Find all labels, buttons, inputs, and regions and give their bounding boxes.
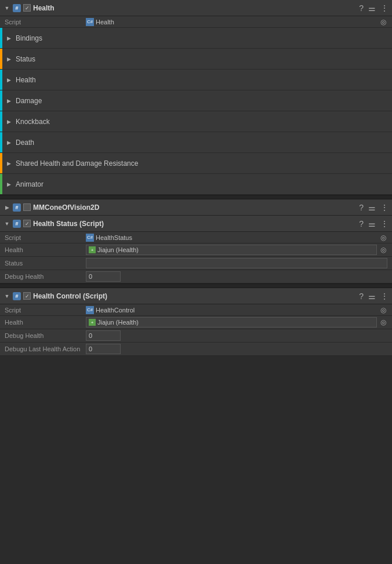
- question-icon[interactable]: ?: [359, 3, 364, 13]
- healthcontrol-component-header[interactable]: ▼ # Health Control (Script) ? ⚌ ⋮: [0, 288, 392, 304]
- section-damage[interactable]: ▶ Damage: [0, 90, 392, 111]
- section-status[interactable]: ▶ Status: [0, 49, 392, 70]
- healthstatus-script-file-icon: C#: [86, 234, 94, 242]
- healthcontrol-script-ref[interactable]: C# HealthControl: [86, 306, 377, 314]
- section-animator[interactable]: ▶ Animator: [0, 174, 392, 195]
- section-health[interactable]: ▶ Health: [0, 70, 392, 90]
- healthstatus-debughealth-value: 0: [86, 271, 387, 282]
- healthcontrol-debughealth-row: Debug Health 0: [0, 329, 392, 343]
- script-file-icon: C#: [86, 18, 94, 26]
- healthcontrol-debughealth-value: 0: [86, 330, 387, 341]
- healthcontrol-health-row: Health + Jiajun (Health) ◎: [0, 316, 392, 329]
- bindings-arrow: ▶: [7, 35, 11, 41]
- healthstatus-health-object-icon: +: [89, 246, 96, 253]
- healthstatus-more-icon[interactable]: ⋮: [380, 219, 389, 228]
- knockback-border: [0, 111, 2, 132]
- healthcontrol-script-row: Script C# HealthControl ◎: [0, 304, 392, 316]
- healthstatus-debughealth-field[interactable]: 0: [86, 271, 121, 282]
- separator-2: [0, 283, 392, 288]
- more-icon[interactable]: ⋮: [380, 3, 389, 13]
- healthstatus-component-header[interactable]: ▼ # Health Status (Script) ? ⚌ ⋮: [0, 216, 392, 232]
- healthstatus-question-icon[interactable]: ?: [359, 219, 364, 228]
- mmcone-component-header[interactable]: ▶ # MMConeOfVision2D ? ⚌ ⋮: [0, 199, 392, 216]
- healthstatus-component-title: Health Status (Script): [33, 220, 357, 228]
- healthstatus-status-value: [86, 258, 387, 268]
- healthstatus-script-ref[interactable]: C# HealthStatus: [86, 234, 377, 242]
- shared-health-label: Shared Health and Damage Resistance: [16, 159, 138, 168]
- healthcontrol-debughealth-text: 0: [89, 332, 92, 339]
- healthcontrol-debughealth-label: Debug Health: [5, 332, 86, 339]
- mmcone-checkbox[interactable]: [23, 203, 31, 211]
- section-bindings[interactable]: ▶ Bindings: [0, 28, 392, 49]
- healthcontrol-health-label: Health: [5, 319, 86, 326]
- healthcontrol-debughealth-field[interactable]: 0: [86, 330, 121, 341]
- mmcone-collapse-arrow[interactable]: ▶: [3, 204, 10, 211]
- knockback-label: Knockback: [16, 118, 50, 126]
- damage-arrow: ▶: [7, 98, 11, 104]
- healthcontrol-health-object-icon: +: [89, 319, 96, 326]
- main-collapse-arrow[interactable]: ▼: [3, 5, 10, 12]
- main-component-header[interactable]: ▼ # Health ? ⚌ ⋮: [0, 0, 392, 16]
- healthcontrol-script-name: HealthControl: [96, 307, 135, 314]
- animator-border: [0, 174, 2, 194]
- healthcontrol-collapse-arrow[interactable]: ▼: [3, 293, 10, 300]
- healthstatus-status-label: Status: [5, 260, 86, 267]
- healthcontrol-health-target-icon[interactable]: ◎: [379, 318, 387, 326]
- healthcontrol-debugulasthealth-text: 0: [89, 345, 92, 352]
- healthcontrol-debugulasthealth-field[interactable]: 0: [86, 344, 121, 354]
- healthstatus-health-object-name: Jiajun (Health): [97, 246, 139, 253]
- healthstatus-status-field[interactable]: [86, 258, 387, 268]
- mmcone-sliders-icon[interactable]: ⚌: [368, 203, 376, 212]
- healthstatus-target-icon[interactable]: ◎: [379, 234, 387, 242]
- death-label: Death: [16, 139, 34, 147]
- sliders-icon[interactable]: ⚌: [368, 3, 376, 13]
- sections-panel: ▶ Bindings ▶ Status ▶ Health ▶ Damage ▶ …: [0, 28, 392, 195]
- healthcontrol-target-icon[interactable]: ◎: [379, 306, 387, 314]
- mmcone-question-icon[interactable]: ?: [359, 203, 364, 212]
- death-border: [0, 132, 2, 152]
- healthstatus-debughealth-text: 0: [89, 273, 92, 280]
- mmcone-component-title: MMConeOfVision2D: [33, 203, 357, 212]
- main-checkbox[interactable]: [23, 4, 31, 12]
- healthcontrol-hash-badge: #: [13, 292, 21, 300]
- healthcontrol-question-icon[interactable]: ?: [359, 292, 364, 301]
- healthcontrol-more-icon[interactable]: ⋮: [380, 292, 389, 301]
- script-label: Script: [5, 19, 86, 26]
- main-hash-badge: #: [13, 4, 21, 12]
- section-shared-health[interactable]: ▶ Shared Health and Damage Resistance: [0, 153, 392, 174]
- status-arrow: ▶: [7, 56, 11, 62]
- section-knockback[interactable]: ▶ Knockback: [0, 111, 392, 132]
- healthstatus-hash-badge: #: [13, 220, 21, 228]
- healthstatus-debughealth-row: Debug Health 0: [0, 270, 392, 283]
- healthstatus-checkbox[interactable]: [23, 220, 31, 227]
- healthstatus-sliders-icon[interactable]: ⚌: [368, 219, 376, 228]
- healthcontrol-script-value: C# HealthControl ◎: [86, 306, 387, 314]
- bindings-label: Bindings: [16, 34, 42, 42]
- health-border: [0, 70, 2, 90]
- death-arrow: ▶: [7, 140, 11, 145]
- mmcone-more-icon[interactable]: ⋮: [380, 203, 389, 212]
- healthcontrol-health-value: + Jiajun (Health) ◎: [86, 317, 387, 328]
- section-death[interactable]: ▶ Death: [0, 132, 392, 153]
- script-name: Health: [96, 19, 114, 26]
- script-field-row: Script C# Health ◎: [0, 16, 392, 28]
- status-border: [0, 49, 2, 69]
- shared-health-border: [0, 153, 2, 173]
- healthstatus-health-field[interactable]: + Jiajun (Health): [86, 245, 377, 255]
- healthcontrol-sliders-icon[interactable]: ⚌: [368, 292, 376, 301]
- target-icon[interactable]: ◎: [379, 18, 387, 26]
- animator-arrow: ▶: [7, 181, 11, 187]
- healthstatus-health-value: + Jiajun (Health) ◎: [86, 245, 387, 255]
- healthcontrol-health-field[interactable]: + Jiajun (Health): [86, 317, 377, 328]
- healthstatus-collapse-arrow[interactable]: ▼: [3, 220, 10, 227]
- healthstatus-body: Script C# HealthStatus ◎ Health + Jiajun…: [0, 232, 392, 283]
- healthcontrol-checkbox[interactable]: [23, 292, 31, 300]
- healthstatus-health-row: Health + Jiajun (Health) ◎: [0, 243, 392, 257]
- healthstatus-script-name: HealthStatus: [96, 234, 132, 241]
- healthstatus-health-target-icon[interactable]: ◎: [379, 246, 387, 254]
- healthcontrol-debugulasthealth-row: Debugu Last Health Action 0: [0, 343, 392, 356]
- healthstatus-script-label: Script: [5, 234, 86, 241]
- healthcontrol-script-label: Script: [5, 307, 86, 314]
- script-ref[interactable]: C# Health: [86, 18, 377, 26]
- healthstatus-status-row: Status: [0, 257, 392, 270]
